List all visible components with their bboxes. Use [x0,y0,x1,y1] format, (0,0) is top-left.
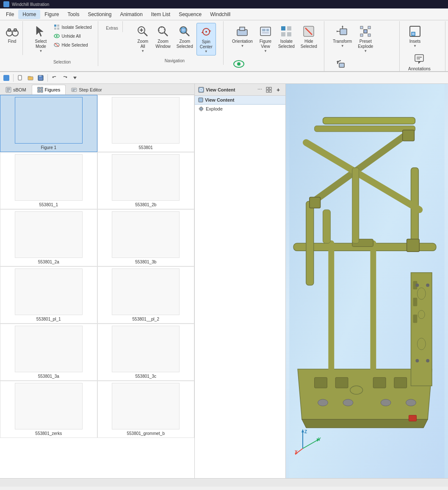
svg-rect-66 [39,75,41,77]
isolate-selected-label: IsolateSelected [278,39,295,49]
display-group: Orientation ▼ FigureView ▼ [227,21,324,72]
tab-sbom[interactable]: sBOM [0,85,32,94]
toolbar-app-icon [2,73,11,83]
toolbar-undo-btn[interactable] [50,73,59,83]
figure-item-empty[interactable]: 553801 [97,95,195,152]
step-editor-tab-icon [71,87,77,93]
svg-point-133 [350,386,363,394]
svg-rect-105 [409,415,417,421]
toolbar-redo-btn[interactable] [60,73,69,83]
svg-rect-108 [413,298,417,306]
zoom-selected-label: ZoomSelected [177,39,193,49]
panel-settings-btn[interactable]: ⋯ [256,86,263,94]
right-panel-3d[interactable]: Z Y X [286,84,448,478]
svg-rect-109 [413,315,417,323]
unhide-all-large-button[interactable]: UnhideAll [230,55,248,72]
hide-selected-small-button[interactable]: Hide Selected [52,41,93,49]
tab-figures[interactable]: Figures [32,85,66,94]
menu-sequence[interactable]: Sequence [174,10,206,19]
menu-sectioning[interactable]: Sectioning [83,10,116,19]
hide-selected-icon [302,25,315,38]
explode-tree-label: Explode [206,106,223,111]
selection-small-buttons: Isolate Selected Unhide All [52,23,93,57]
isolate-selected-small-button[interactable]: Isolate Selected [52,23,93,31]
figure-item-553801_2a[interactable]: 553801_2a [0,209,97,266]
svg-point-115 [415,359,419,363]
annotations-button[interactable]: Annotations ▼ [406,50,433,72]
preset-explode-button[interactable]: PresetExplode ▼ [355,23,376,55]
figure-item-553801_3a[interactable]: 553801_3a [0,324,97,381]
figure-item-fig1[interactable]: Figure 1 [0,95,97,152]
figure-item-553801_pl_1[interactable]: 553801_pl_1 [0,266,97,324]
spin-center-button[interactable]: SpinCenter ▼ [196,23,216,55]
svg-line-15 [144,33,147,36]
panel-grid-btn[interactable] [265,86,273,94]
figure-item-553801_3b[interactable]: 553801_3b [97,209,195,266]
menu-file[interactable]: File [2,10,18,19]
svg-line-22 [186,33,189,36]
menu-itemlist[interactable]: Item List [147,10,174,19]
toolbar-open-btn[interactable] [26,73,35,83]
ribbon-content: Find SelectMode ▼ [2,21,446,72]
restore-location-button[interactable]: RestoreLocation ▼ [330,55,351,72]
menu-tools[interactable]: Tools [63,10,83,19]
figure-item-553801_1[interactable]: 553801_1 [0,152,97,209]
figure-view-button[interactable]: FigureView ▼ [256,23,275,55]
svg-point-116 [426,359,429,363]
tree-item-explode[interactable]: Explode [195,105,285,113]
svg-rect-36 [287,32,291,36]
menu-figure[interactable]: Figure [40,10,63,19]
svg-rect-23 [181,28,185,32]
tab-step-editor[interactable]: Step Editor [66,85,107,94]
menu-home[interactable]: Home [18,10,40,19]
unhide-all-button[interactable]: Unhide All [52,32,93,40]
figure-item-553801_2b[interactable]: 553801_2b [97,152,195,209]
svg-rect-67 [39,78,42,80]
figure-item-553801_zerks[interactable]: 553801_zerks [0,381,97,438]
navigation-group-label: Navigation [126,58,223,63]
svg-rect-57 [415,55,423,61]
zoom-all-button[interactable]: ZoomAll ▼ [133,23,152,55]
isolate-selected-button[interactable]: IsolateSelected [276,23,297,51]
insets-arrow: ▼ [413,44,417,48]
hide-selected-button[interactable]: HideSelected [298,23,320,51]
preset-explode-label: PresetExplode [358,39,373,49]
svg-rect-131 [323,210,331,243]
menu-bar: File Home Figure Tools Sectioning Animat… [0,8,448,20]
svg-rect-9 [57,28,59,30]
figure-item-553801_3c[interactable]: 553801_3c [97,324,195,381]
preset-explode-arrow: ▼ [364,49,367,53]
menu-animation[interactable]: Animation [116,10,147,19]
figure-item-553801_grommet_b[interactable]: 553801_grommet_b [97,381,195,438]
view3d-background: Z Y X [286,84,448,478]
spin-center-icon [199,25,213,39]
view-content-panel-icon [198,87,204,93]
svg-rect-88 [199,98,203,102]
figure-preview-553801__pl_2 [112,269,180,315]
hide-selected-small-label: Hide Selected [61,43,88,47]
figure-number-553801: 553801 [139,145,153,150]
svg-rect-132 [352,168,359,243]
svg-point-111 [418,310,425,319]
svg-rect-123 [323,117,415,124]
navigation-group: ZoomAll ▼ ZoomWindow [126,21,224,65]
select-mode-button[interactable]: SelectMode ▼ [31,23,50,55]
toolbar-new-btn[interactable] [16,73,25,83]
figure-preview-fig1 [15,97,83,144]
insets-button[interactable]: Insets ▼ [406,23,424,50]
svg-rect-42 [340,29,347,35]
find-button[interactable]: Find [3,23,22,46]
zoom-selected-button[interactable]: ZoomSelected [174,23,196,51]
insets-label: Insets [409,39,421,44]
transform-button[interactable]: Transform ▼ [330,23,354,50]
toolbar-dropdown-btn[interactable] [70,73,80,83]
figure-item-553801__pl_2[interactable]: 553801__pl_2 [97,266,195,324]
unhide-all-label: Unhide All [61,34,80,39]
svg-rect-2 [11,30,14,32]
toolbar-save-btn[interactable] [36,73,45,83]
panel-add-btn[interactable]: + [274,86,282,94]
figure-label-553801_zerks: 553801_zerks [35,431,62,436]
orientation-button[interactable]: Orientation ▼ [230,23,255,50]
zoom-window-button[interactable]: ZoomWindow [153,23,173,51]
menu-windchill[interactable]: Windchill [206,10,235,19]
